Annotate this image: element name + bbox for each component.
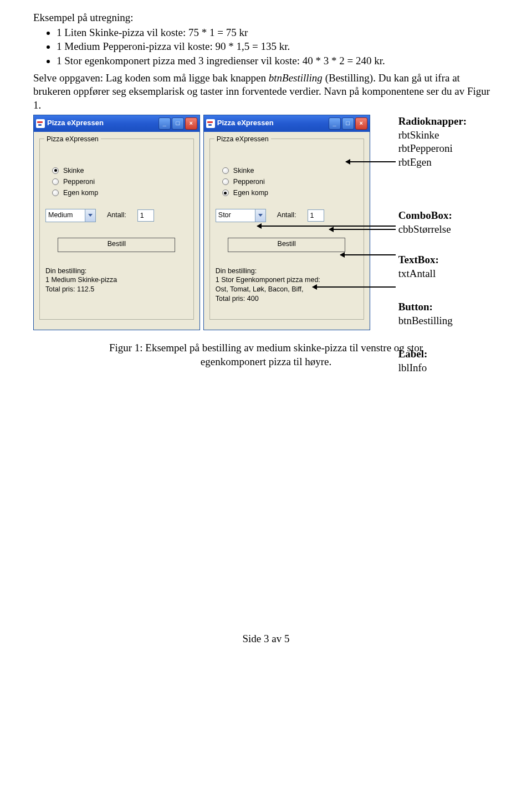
- output-line: Total pris: 400: [216, 294, 358, 304]
- annotation-title: Label:: [398, 348, 428, 360]
- radio-icon: [222, 167, 229, 174]
- minimize-button[interactable]: _: [158, 117, 171, 130]
- radio-icon: [52, 178, 59, 185]
- quantity-label: Antall:: [107, 211, 126, 219]
- radio-label: Egen komp: [233, 188, 268, 197]
- quantity-input[interactable]: 1: [137, 209, 154, 222]
- annotation-combo: ComboBox: cbbStørrelse: [398, 209, 509, 236]
- annotation-line: txtAntall: [398, 267, 509, 281]
- radio-label: Skinke: [63, 166, 84, 175]
- size-combobox[interactable]: Medium: [45, 209, 96, 222]
- radio-pepperoni[interactable]: Pepperoni: [52, 177, 188, 186]
- annotation-button: Button: btnBestilling: [398, 300, 509, 327]
- output-label: Din bestilling: 1 Medium Skinke-pizza To…: [45, 267, 188, 304]
- arrow-icon: [340, 254, 396, 255]
- bullet-item: 1 Stor egenkomponert pizza med 3 ingredi…: [57, 54, 499, 68]
- arrow-icon: [257, 226, 396, 227]
- window-title: Pizza eXpressen: [217, 119, 274, 128]
- group-label: Pizza eXpressen: [214, 135, 271, 144]
- svg-marker-0: [88, 214, 93, 217]
- output-line: 1 Stor Egenkomponert pizza med:: [216, 275, 358, 285]
- annotation-radio: Radioknapper: rbtSkinke rbtPepperoni rbt…: [398, 115, 509, 170]
- annotation-title: Radioknapper:: [398, 115, 467, 127]
- btn-name-italic: btnBestilling: [269, 72, 323, 84]
- radio-label: Egen komp: [63, 188, 98, 197]
- output-line: 1 Medium Skinke-pizza: [45, 275, 188, 285]
- output-label: Din bestilling: 1 Stor Egenkomponert piz…: [216, 267, 358, 304]
- annotation-line: btnBestilling: [398, 314, 509, 328]
- annotation-line: lblInfo: [398, 361, 509, 375]
- svg-marker-1: [258, 214, 263, 217]
- annotation-line: rbtSkinke: [398, 129, 509, 142]
- task-paragraph: Selve oppgaven: Lag koden som må ligge b…: [33, 71, 499, 112]
- annotation-label: Label: lblInfo: [398, 347, 509, 375]
- annotation-title: Button:: [398, 301, 433, 312]
- radio-skinke[interactable]: Skinke: [52, 166, 188, 175]
- radio-pepperoni[interactable]: Pepperoni: [222, 177, 358, 186]
- bullet-item: 1 Liten Skinke-pizza vil koste: 75 * 1 =…: [57, 26, 499, 40]
- order-button[interactable]: Bestill: [228, 238, 345, 252]
- minimize-button[interactable]: _: [329, 117, 341, 130]
- close-button[interactable]: ×: [185, 117, 197, 130]
- combo-value: Stor: [216, 209, 255, 222]
- titlebar: Pizza eXpressen _ □ ×: [34, 115, 200, 132]
- chevron-down-icon: [85, 209, 95, 222]
- titlebar: Pizza eXpressen _ □ ×: [204, 115, 370, 132]
- maximize-button[interactable]: □: [342, 117, 354, 130]
- quantity-input[interactable]: 1: [308, 209, 324, 222]
- size-combobox[interactable]: Stor: [216, 209, 266, 222]
- group-label: Pizza eXpressen: [44, 135, 101, 144]
- annotation-line: rbtPepperoni: [398, 142, 509, 156]
- radio-label: Pepperoni: [63, 177, 95, 186]
- radio-icon: [222, 189, 229, 196]
- maximize-button[interactable]: □: [172, 117, 184, 130]
- radio-egen[interactable]: Egen komp: [52, 188, 188, 197]
- annotation-title: TextBox:: [398, 254, 439, 265]
- radio-label: Pepperoni: [233, 177, 265, 186]
- chevron-down-icon: [255, 209, 265, 222]
- arrow-icon: [329, 229, 396, 230]
- example-bullets: 1 Liten Skinke-pizza vil koste: 75 * 1 =…: [33, 26, 499, 68]
- quantity-label: Antall:: [277, 211, 296, 219]
- radio-egen[interactable]: Egen komp: [222, 188, 358, 197]
- arrow-icon: [313, 286, 396, 288]
- annotation-line: rbtEgen: [398, 156, 509, 170]
- combo-value: Medium: [46, 209, 85, 222]
- window-title: Pizza eXpressen: [47, 119, 104, 128]
- annotation-textbox: TextBox: txtAntall: [398, 253, 509, 280]
- radio-icon: [52, 167, 59, 174]
- radio-icon: [52, 189, 59, 196]
- output-line: Din bestilling:: [216, 267, 358, 276]
- example-heading: Eksempel på utregning:: [33, 11, 499, 25]
- app-window-left: Pizza eXpressen _ □ × Pizza eXpressen Sk…: [33, 115, 200, 330]
- task-text: Selve oppgaven: Lag koden som må ligge b…: [33, 72, 269, 84]
- app-icon: [206, 119, 215, 128]
- radio-label: Skinke: [233, 166, 254, 175]
- output-line: Din bestilling:: [45, 267, 188, 276]
- page-footer: Side 3 av 5: [0, 632, 532, 646]
- app-window-right: Pizza eXpressen _ □ × Pizza eXpressen Sk…: [203, 115, 370, 330]
- groupbox: Pizza eXpressen Skinke Pepperoni Egen ko…: [39, 139, 194, 320]
- order-button[interactable]: Bestill: [58, 238, 175, 252]
- radio-icon: [222, 178, 229, 185]
- annotation-line: cbbStørrelse: [398, 223, 509, 237]
- arrow-icon: [346, 161, 396, 162]
- app-icon: [36, 119, 45, 128]
- close-button[interactable]: ×: [355, 117, 367, 130]
- bullet-item: 1 Medium Pepperoni-pizza vil koste: 90 *…: [57, 40, 499, 54]
- radio-skinke[interactable]: Skinke: [222, 166, 358, 175]
- output-line: Total pris: 112.5: [45, 285, 188, 294]
- annotation-title: ComboBox:: [398, 209, 452, 221]
